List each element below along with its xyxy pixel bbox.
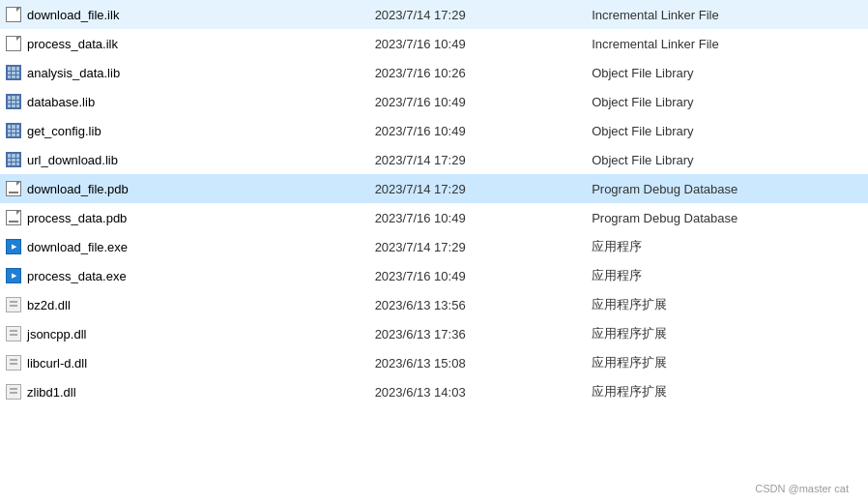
- file-type: 应用程序扩展: [586, 290, 868, 319]
- pdb-icon: [6, 181, 21, 196]
- lib-icon: [6, 152, 21, 167]
- file-date: 2023/7/16 10:49: [369, 261, 587, 290]
- file-icon-name: database.lib: [6, 94, 95, 109]
- table-row[interactable]: get_config.lib 2023/7/16 10:49 Object Fi…: [0, 116, 868, 145]
- table-row[interactable]: jsoncpp.dll 2023/6/13 17:36 应用程序扩展: [0, 319, 868, 348]
- file-list: download_file.ilk 2023/7/14 17:29 Increm…: [0, 0, 868, 406]
- exe-icon: [6, 239, 21, 254]
- file-date: 2023/7/16 10:26: [369, 58, 587, 87]
- table-row[interactable]: analysis_data.lib 2023/7/16 10:26 Object…: [0, 58, 868, 87]
- file-name: download_file.exe: [27, 240, 128, 254]
- table-row[interactable]: download_file.exe 2023/7/14 17:29 应用程序: [0, 232, 868, 261]
- table-row[interactable]: process_data.ilk 2023/7/16 10:49 Increme…: [0, 29, 868, 58]
- file-icon-name: zlibd1.dll: [6, 384, 76, 400]
- file-icon-name: download_file.ilk: [6, 7, 119, 22]
- file-date: 2023/6/13 13:56: [369, 290, 587, 319]
- file-name-cell: libcurl-d.dll: [0, 348, 369, 377]
- file-name-cell: analysis_data.lib: [0, 58, 369, 87]
- file-name-cell: bz2d.dll: [0, 290, 369, 319]
- table-row[interactable]: process_data.exe 2023/7/16 10:49 应用程序: [0, 261, 868, 290]
- file-name: analysis_data.lib: [27, 66, 120, 80]
- exe-icon: [6, 268, 21, 283]
- file-name: download_file.pdb: [27, 182, 129, 196]
- file-name-cell: get_config.lib: [0, 116, 369, 145]
- file-icon-name: process_data.exe: [6, 268, 127, 283]
- file-icon-name: get_config.lib: [6, 123, 101, 138]
- file-name: jsoncpp.dll: [27, 327, 86, 341]
- file-type: 应用程序扩展: [586, 377, 868, 406]
- file-icon-name: url_download.lib: [6, 152, 118, 167]
- file-type: 应用程序扩展: [586, 348, 868, 377]
- file-icon-name: download_file.pdb: [6, 181, 129, 196]
- file-name-cell: process_data.exe: [0, 261, 369, 290]
- file-date: 2023/7/14 17:29: [369, 174, 587, 203]
- file-date: 2023/7/16 10:49: [369, 87, 587, 116]
- file-type: Object File Library: [586, 145, 868, 174]
- pdb-icon: [6, 210, 21, 225]
- file-type: 应用程序: [586, 232, 868, 261]
- lib-icon: [6, 123, 21, 138]
- file-date: 2023/7/16 10:49: [369, 116, 587, 145]
- table-row[interactable]: bz2d.dll 2023/6/13 13:56 应用程序扩展: [0, 290, 868, 319]
- dll-icon: [6, 384, 21, 400]
- table-row[interactable]: libcurl-d.dll 2023/6/13 15:08 应用程序扩展: [0, 348, 868, 377]
- table-row[interactable]: url_download.lib 2023/7/14 17:29 Object …: [0, 145, 868, 174]
- file-type: 应用程序: [586, 261, 868, 290]
- file-date: 2023/6/13 14:03: [369, 377, 587, 406]
- file-name-cell: download_file.ilk: [0, 0, 369, 29]
- file-name-cell: download_file.exe: [0, 232, 369, 261]
- file-name: process_data.ilk: [27, 37, 118, 51]
- file-name-cell: zlibd1.dll: [0, 377, 369, 406]
- file-date: 2023/7/14 17:29: [369, 232, 587, 261]
- table-row[interactable]: download_file.pdb 2023/7/14 17:29 Progra…: [0, 174, 868, 203]
- file-icon-name: download_file.exe: [6, 239, 128, 254]
- file-type: Object File Library: [586, 58, 868, 87]
- file-name-cell: process_data.ilk: [0, 29, 369, 58]
- file-name: libcurl-d.dll: [27, 356, 87, 371]
- file-icon-name: process_data.pdb: [6, 210, 127, 225]
- dll-icon: [6, 355, 21, 371]
- file-date: 2023/6/13 17:36: [369, 319, 587, 348]
- lib-icon: [6, 65, 21, 80]
- file-name: process_data.pdb: [27, 211, 127, 225]
- watermark: CSDN @master cat: [755, 483, 849, 494]
- file-name: process_data.exe: [27, 269, 127, 283]
- file-date: 2023/7/16 10:49: [369, 203, 587, 232]
- file-date: 2023/7/14 17:29: [369, 0, 587, 29]
- file-type: Object File Library: [586, 116, 868, 145]
- file-type: Program Debug Database: [586, 174, 868, 203]
- table-row[interactable]: database.lib 2023/7/16 10:49 Object File…: [0, 87, 868, 116]
- file-icon-name: analysis_data.lib: [6, 65, 120, 80]
- file-type: Incremental Linker File: [586, 0, 868, 29]
- ilk-icon: [6, 7, 21, 22]
- file-name: url_download.lib: [27, 153, 118, 167]
- file-name: zlibd1.dll: [27, 385, 76, 400]
- file-type: 应用程序扩展: [586, 319, 868, 348]
- file-name-cell: url_download.lib: [0, 145, 369, 174]
- lib-icon: [6, 94, 21, 109]
- file-date: 2023/6/13 15:08: [369, 348, 587, 377]
- dll-icon: [6, 297, 21, 312]
- table-row[interactable]: process_data.pdb 2023/7/16 10:49 Program…: [0, 203, 868, 232]
- file-type: Program Debug Database: [586, 203, 868, 232]
- file-icon-name: libcurl-d.dll: [6, 355, 87, 371]
- ilk-icon: [6, 36, 21, 51]
- table-row[interactable]: download_file.ilk 2023/7/14 17:29 Increm…: [0, 0, 868, 29]
- file-icon-name: jsoncpp.dll: [6, 326, 86, 341]
- file-date: 2023/7/14 17:29: [369, 145, 587, 174]
- dll-icon: [6, 326, 21, 341]
- file-name-cell: download_file.pdb: [0, 174, 369, 203]
- table-row[interactable]: zlibd1.dll 2023/6/13 14:03 应用程序扩展: [0, 377, 868, 406]
- file-icon-name: process_data.ilk: [6, 36, 118, 51]
- file-name: get_config.lib: [27, 124, 101, 138]
- file-name: database.lib: [27, 95, 95, 109]
- file-name: download_file.ilk: [27, 8, 119, 22]
- file-date: 2023/7/16 10:49: [369, 29, 587, 58]
- file-name-cell: process_data.pdb: [0, 203, 369, 232]
- file-name: bz2d.dll: [27, 298, 71, 312]
- file-icon-name: bz2d.dll: [6, 297, 71, 312]
- file-name-cell: database.lib: [0, 87, 369, 116]
- file-type: Incremental Linker File: [586, 29, 868, 58]
- file-name-cell: jsoncpp.dll: [0, 319, 369, 348]
- file-type: Object File Library: [586, 87, 868, 116]
